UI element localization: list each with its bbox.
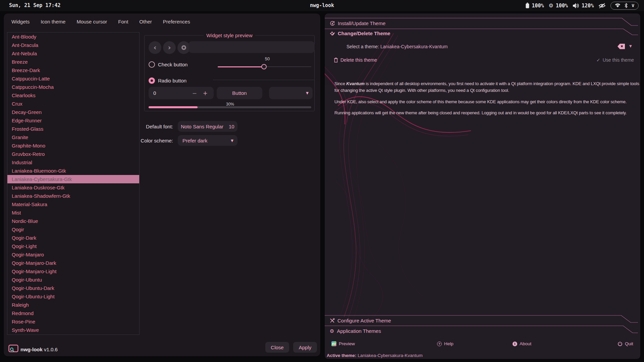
tray-pill-group[interactable]: V xyxy=(610,2,639,10)
theme-list-item[interactable]: Qogir-Ubuntu-Dark xyxy=(7,284,139,292)
theme-list-item[interactable]: Qogir-Ubuntu xyxy=(7,276,139,284)
radio-icon[interactable] xyxy=(149,77,155,84)
theme-list-item[interactable]: Qogir-Light xyxy=(7,242,139,250)
theme-combobox-value[interactable]: Laniakea-Cybersakura-Kvantum xyxy=(380,44,448,49)
about-button[interactable]: i About xyxy=(513,341,531,346)
theme-list-item[interactable]: Graphite-Mono xyxy=(7,141,139,150)
volume-indicator[interactable]: 120% xyxy=(573,3,594,9)
theme-list-item[interactable]: Qogir-Dark xyxy=(7,234,139,242)
brightness-indicator[interactable]: ⚙ 100% xyxy=(549,2,568,9)
preview-button[interactable]: Kv Preview xyxy=(331,341,355,346)
help-button[interactable]: ? Help xyxy=(437,341,453,346)
theme-list-item[interactable]: Edge-Runner xyxy=(7,116,139,125)
theme-list-item[interactable]: Qogir xyxy=(7,225,139,234)
tab-install-update-theme[interactable]: Install/Update Theme xyxy=(325,18,640,28)
chevron-down-icon[interactable]: ▼ xyxy=(629,44,632,48)
check-button[interactable]: Check button xyxy=(149,61,187,68)
gtk-theme-list[interactable]: Ant-BloodyAnt-DraculaAnt-NebulaBreezeBre… xyxy=(7,32,140,335)
clear-selection-icon[interactable] xyxy=(617,43,626,50)
theme-list-item[interactable]: Catppuccin-Mocha xyxy=(7,83,139,91)
spin-button[interactable]: 0 − + xyxy=(149,87,214,99)
text-entry[interactable] xyxy=(189,41,315,53)
tab-label: Install/Update Theme xyxy=(338,20,385,26)
delete-theme-button[interactable]: Delete this theme xyxy=(334,57,377,63)
slider-handle[interactable] xyxy=(261,64,267,69)
theme-list-item[interactable]: Raleigh xyxy=(7,301,139,309)
nwg-tab[interactable]: Widgets xyxy=(11,17,30,26)
app-version: nwg-look v1.0.6 xyxy=(20,347,58,352)
nwg-tab[interactable]: Mouse cursor xyxy=(76,17,107,26)
theme-list-item[interactable]: Qogir-Manjaro-Light xyxy=(7,267,139,276)
kvantum-paragraph-3: Running applications will get the new th… xyxy=(334,110,627,116)
spin-value: 0 xyxy=(153,90,156,96)
system-tray: 100% ⚙ 100% 120% xyxy=(526,0,639,11)
theme-list-item[interactable]: Breeze-Dark xyxy=(7,66,139,74)
check-icon: ✓ xyxy=(596,57,600,63)
tab-application-themes[interactable]: ⚙ Application Themes xyxy=(325,326,640,336)
tab-change-delete-theme[interactable]: Change/Delete Theme xyxy=(325,28,640,39)
theme-list-item[interactable]: Catppuccin-Latte xyxy=(7,74,139,83)
quit-button[interactable]: Quit xyxy=(618,341,633,346)
nwg-tab[interactable]: Other xyxy=(139,17,152,26)
apply-button[interactable]: Apply xyxy=(293,342,317,353)
theme-list-item[interactable]: Rose-Pine xyxy=(7,317,139,326)
kvantum-manager-window: Install/Update Theme Change/Delete Theme… xyxy=(324,13,641,359)
keyboard-layout-indicator: V xyxy=(632,3,634,8)
theme-list-item[interactable]: Laniakea-Duskrose-Gtk xyxy=(7,183,139,192)
theme-list-item[interactable]: Redmond xyxy=(7,309,139,317)
theme-list-item[interactable]: Frosted-Glass xyxy=(7,125,139,133)
theme-list-item[interactable]: Qogir-Manjaro-Dark xyxy=(7,259,139,267)
chevron-left-icon: ‹ xyxy=(154,44,157,51)
theme-list-item[interactable]: Ant-Dracula xyxy=(7,41,139,49)
plus-icon[interactable]: + xyxy=(203,90,208,97)
theme-list-item[interactable]: Ant-Nebula xyxy=(7,49,139,58)
theme-list-item[interactable]: Laniakea-Cybersakura-Gtk xyxy=(7,175,139,183)
theme-list-item[interactable]: Crux xyxy=(7,100,139,108)
battery-indicator[interactable]: 100% xyxy=(526,3,544,9)
font-picker-button[interactable]: Noto Sans Regular 10 xyxy=(178,121,237,132)
nwg-tab[interactable]: Preferences xyxy=(163,17,190,26)
brightness-percent: 100% xyxy=(556,3,568,9)
theme-list-item[interactable]: Mist xyxy=(7,208,139,217)
info-icon: i xyxy=(513,342,517,346)
help-icon: ? xyxy=(437,342,442,346)
close-button[interactable]: Close xyxy=(265,342,289,353)
kvantum-paragraph-2: Under KDE, also select and apply the col… xyxy=(334,99,627,105)
tab-configure-active-theme[interactable]: Configure Active Theme xyxy=(325,315,640,326)
use-theme-button[interactable]: ✓ Use this theme xyxy=(596,57,634,63)
color-scheme-value: Prefer dark xyxy=(182,138,207,143)
theme-list-item[interactable]: Qogir-Ubuntu-Light xyxy=(7,292,139,301)
tab-label: Application Themes xyxy=(337,328,381,334)
forward-button[interactable]: › xyxy=(163,41,176,54)
theme-list-item[interactable]: Clearlooks xyxy=(7,91,139,100)
configure-tools-icon xyxy=(330,318,335,323)
install-update-icon xyxy=(330,21,335,26)
theme-list-item[interactable]: Ant-Bloody xyxy=(7,33,139,41)
radio-button[interactable]: Radio button xyxy=(149,77,186,84)
color-scheme-label: Color scheme: xyxy=(136,138,173,143)
theme-list-item[interactable]: Decay-Green xyxy=(7,108,139,116)
theme-list-item[interactable]: Gruvbox-Retro xyxy=(7,150,139,158)
idle-inhibit-indicator[interactable] xyxy=(598,3,606,9)
back-button[interactable]: ‹ xyxy=(149,41,161,54)
theme-list-item[interactable]: Laniakea-Shadowfern-Gtk xyxy=(7,192,139,200)
color-scheme-dropdown[interactable]: Prefer dark ▼ xyxy=(178,135,237,146)
sample-button[interactable]: Button xyxy=(217,87,262,99)
checkbox-icon[interactable] xyxy=(149,61,155,68)
nwg-tab[interactable]: Icon theme xyxy=(41,17,65,26)
minus-icon[interactable]: − xyxy=(192,90,197,97)
theme-list-item[interactable]: Synth-Wave xyxy=(7,326,139,334)
bluetooth-icon xyxy=(625,3,628,8)
theme-list-item[interactable]: Granite xyxy=(7,133,139,141)
theme-list-item[interactable]: Breeze xyxy=(7,58,139,66)
top-bar: Sun, 21 Sep 17:42 nwg-look 100% ⚙ 100% 1… xyxy=(0,0,644,11)
separator xyxy=(213,80,315,80)
theme-list-item[interactable]: Material-Sakura xyxy=(7,200,139,208)
theme-list-item[interactable]: Nordic-Blue xyxy=(7,217,139,225)
combo-box[interactable]: ▼ xyxy=(269,87,313,99)
theme-list-item[interactable]: Laniakea-Bluemoon-Gtk xyxy=(7,167,139,175)
theme-list-item[interactable]: Industrial xyxy=(7,158,139,167)
frame-legend: Widget style preview xyxy=(145,33,314,39)
theme-list-item[interactable]: Qogir-Manjaro xyxy=(7,250,139,259)
nwg-tab[interactable]: Font xyxy=(118,17,128,26)
